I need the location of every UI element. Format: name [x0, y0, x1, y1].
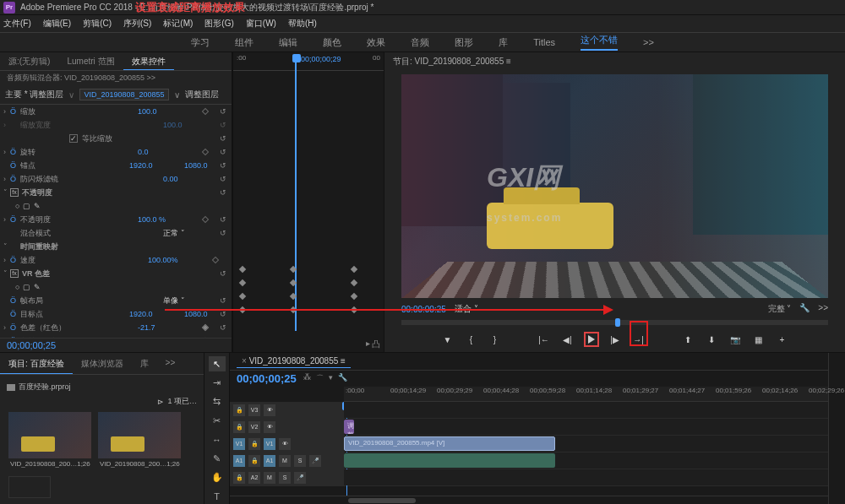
ws-graphics[interactable]: 图形	[455, 36, 473, 49]
reset-icon[interactable]: ↺	[218, 296, 228, 305]
reset-icon[interactable]: ↺	[218, 269, 228, 278]
program-scrubber[interactable]	[401, 320, 828, 325]
stopwatch-icon[interactable]: Ö	[10, 148, 16, 156]
timeline-timecode[interactable]: 00;00;00;25	[237, 372, 297, 385]
val-blend[interactable]: 正常 ˅	[163, 228, 218, 239]
linked-selection-icon[interactable]: ⌒	[316, 373, 324, 384]
quality-dropdown[interactable]: 完整 ˅	[768, 303, 792, 315]
menu-edit[interactable]: 编辑(E)	[43, 18, 71, 30]
reset-icon[interactable]: ↺	[218, 323, 228, 332]
tab-project[interactable]: 项目: 百度经验	[0, 355, 73, 374]
val-antiflicker[interactable]: 0.00	[163, 175, 218, 183]
lock-icon[interactable]: 🔒	[233, 421, 245, 433]
mic-icon[interactable]: 🎤	[294, 472, 306, 484]
settings-icon[interactable]: 🔧	[799, 303, 810, 315]
val-scale[interactable]: 100.0	[138, 107, 193, 116]
reset-icon[interactable]: ↺	[218, 134, 228, 143]
menu-window[interactable]: 窗口(W)	[246, 18, 276, 30]
program-video-view[interactable]: GXI网system.com	[401, 74, 828, 298]
track-head-v2[interactable]: 🔒V2👁	[230, 419, 344, 435]
go-to-in-button[interactable]: |←	[537, 332, 552, 347]
track-head-a2[interactable]: 🔒A2MS🎤	[230, 469, 344, 485]
ws-assembly[interactable]: 组件	[235, 36, 254, 49]
keyframe-marker[interactable]	[290, 293, 297, 300]
reset-icon[interactable]: ↺	[218, 175, 228, 183]
menu-sequence[interactable]: 序列(S)	[123, 18, 151, 30]
audio-mixer-tab[interactable]: 音频剪辑混合器: VID_20190808_200855 >>	[0, 71, 232, 85]
track-head-v1[interactable]: V1🔒V1👁	[230, 436, 344, 452]
stopwatch-icon[interactable]: Ö	[10, 323, 16, 332]
fx-badge[interactable]: fx	[10, 269, 19, 278]
mini-playhead[interactable]	[292, 54, 301, 66]
mask-ellipse-icon[interactable]: ○	[15, 202, 19, 210]
project-item-2[interactable]: VID_20190808_200…1;26	[98, 412, 181, 469]
clip-video-v1[interactable]: VID_20190808_200855.mp4 [V]	[344, 436, 555, 451]
ws-color[interactable]: 颜色	[323, 36, 341, 49]
mask-pen-icon[interactable]: ✎	[34, 283, 41, 291]
effect-keyframe-timeline[interactable]: :00 00;00;00;29 00 ▸ 凸	[232, 52, 384, 352]
keyframe-marker[interactable]	[239, 266, 246, 273]
track-head-a1[interactable]: A1🔒A1MS🎤	[230, 453, 344, 469]
mask-rect-icon[interactable]: ▢	[23, 283, 30, 291]
timeline-ruler[interactable]: :00;00 00;00;14;29 00;00;29;29 00;00;44;…	[344, 387, 828, 402]
zoom-out-icon[interactable]: ▸	[366, 339, 370, 350]
step-back-button[interactable]: ◀|	[560, 332, 575, 347]
clip-adjustment-layer[interactable]: 调整图层	[344, 420, 354, 434]
clip-dropdown[interactable]: VID_20190808_200855	[79, 89, 168, 100]
snap-icon[interactable]: ⁂	[303, 373, 311, 384]
add-marker-button[interactable]: ▼	[440, 332, 455, 347]
slip-tool[interactable]: ↔	[209, 432, 226, 447]
reset-icon[interactable]: ↺	[218, 337, 228, 338]
comparison-button[interactable]: ▦	[751, 332, 766, 347]
lock-icon[interactable]: 🔒	[248, 438, 260, 450]
uniform-scale-checkbox[interactable]: ✓	[69, 134, 78, 143]
play-button[interactable]	[584, 332, 599, 347]
pen-tool[interactable]: ✎	[209, 451, 226, 466]
mark-in-button[interactable]: {	[464, 332, 479, 347]
val-scale-width[interactable]: 100.0	[163, 121, 218, 129]
selection-tool[interactable]: ↖	[209, 356, 226, 371]
keyframe-marker[interactable]	[351, 279, 357, 286]
stopwatch-icon[interactable]: Ö	[10, 310, 16, 318]
fx-badge[interactable]: fx	[10, 188, 19, 197]
reset-icon[interactable]: ↺	[218, 148, 228, 156]
val-red[interactable]: -21.7	[138, 323, 193, 332]
stopwatch-icon[interactable]: Ö	[10, 256, 16, 264]
lift-button[interactable]: ⬆	[680, 332, 695, 347]
stopwatch-icon[interactable]: Ö	[10, 161, 16, 170]
ws-effects[interactable]: 效果	[367, 36, 385, 49]
hand-tool[interactable]: ✋	[209, 469, 226, 485]
ws-editing[interactable]: 编辑	[279, 36, 297, 49]
filter-icon[interactable]: ⊳	[157, 398, 164, 406]
timeline-tracks[interactable]: 🔒V3👁 🔒V2👁 调整图层 V1🔒V1👁 VID_20190808_20085…	[230, 402, 828, 496]
zoom-in-icon[interactable]: 凸	[372, 339, 380, 350]
ws-learn[interactable]: 学习	[191, 36, 210, 49]
ws-active[interactable]: 这个不错	[581, 34, 618, 51]
reset-icon[interactable]: ↺	[218, 229, 228, 237]
button-editor[interactable]: +	[775, 332, 790, 347]
keyframe-marker[interactable]	[290, 266, 297, 273]
keyframe-marker[interactable]	[239, 279, 246, 286]
sequence-tab[interactable]: × VID_20190808_200855 ≡	[237, 355, 351, 368]
lock-icon[interactable]: 🔒	[233, 472, 245, 484]
mini-ruler[interactable]: :00 00;00;00;29 00	[233, 52, 384, 71]
extract-button[interactable]: ⬇	[704, 332, 719, 347]
ws-audio[interactable]: 音频	[411, 36, 429, 49]
val-rotation[interactable]: 0.0	[138, 148, 193, 156]
track-select-tool[interactable]: ⇥	[209, 375, 226, 390]
reset-icon[interactable]: ↺	[218, 215, 228, 224]
ws-library[interactable]: 库	[499, 36, 508, 49]
val-anchor-y[interactable]: 1080.0	[184, 161, 218, 170]
lock-icon[interactable]: 🔒	[233, 404, 245, 416]
mask-pen-icon[interactable]: ✎	[34, 202, 41, 210]
ws-overflow[interactable]: >>	[643, 37, 654, 47]
reset-icon[interactable]: ↺	[218, 310, 228, 318]
project-item-1[interactable]: VID_20190808_200…1;26	[8, 412, 91, 469]
settings-icon[interactable]: 🔧	[338, 373, 347, 384]
menu-clip[interactable]: 剪辑(C)	[83, 18, 112, 30]
razor-tool[interactable]: ✂	[209, 413, 226, 428]
tab-library[interactable]: 库	[132, 355, 157, 374]
val-target-x[interactable]: 1920.0	[129, 310, 184, 318]
mask-rect-icon[interactable]: ▢	[23, 202, 30, 210]
val-framelayout[interactable]: 单像 ˅	[163, 295, 218, 306]
